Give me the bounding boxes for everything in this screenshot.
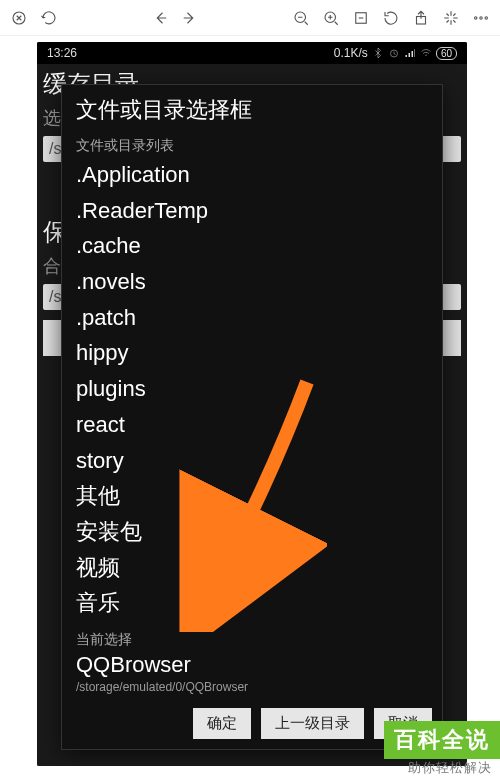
- battery-icon: 60: [436, 47, 457, 60]
- app-toolbar: [0, 0, 500, 36]
- forward-icon[interactable]: [178, 7, 200, 29]
- refresh-icon[interactable]: [38, 7, 60, 29]
- wifi-icon: [420, 47, 432, 59]
- svg-point-7: [485, 16, 487, 18]
- list-item[interactable]: 视频: [74, 550, 430, 586]
- list-item[interactable]: .cache: [74, 228, 430, 264]
- sparkle-icon[interactable]: [440, 7, 462, 29]
- list-item[interactable]: 安装包: [74, 514, 430, 550]
- bluetooth-icon: [372, 47, 384, 59]
- status-time: 13:26: [47, 46, 77, 60]
- dialog-current-path: /storage/emulated/0/QQBrowser: [62, 680, 442, 702]
- list-item[interactable]: .novels: [74, 264, 430, 300]
- status-netspeed: 0.1K/s: [334, 46, 368, 60]
- dialog-list-label: 文件或目录列表: [62, 133, 442, 157]
- status-bar: 13:26 0.1K/s 60: [37, 42, 467, 64]
- share-icon[interactable]: [410, 7, 432, 29]
- back-icon[interactable]: [150, 7, 172, 29]
- file-picker-dialog: 文件或目录选择框 文件或目录列表 .Application .ReaderTem…: [61, 84, 443, 750]
- dialog-title: 文件或目录选择框: [62, 85, 442, 133]
- rotate-icon[interactable]: [380, 7, 402, 29]
- ok-button[interactable]: 确定: [193, 708, 251, 739]
- list-item[interactable]: .ReaderTemp: [74, 193, 430, 229]
- close-icon[interactable]: [8, 7, 30, 29]
- zoom-out-icon[interactable]: [290, 7, 312, 29]
- watermark-badge: 百科全说: [384, 721, 500, 759]
- alarm-icon: [388, 47, 400, 59]
- svg-point-6: [480, 16, 482, 18]
- dialog-list: .Application .ReaderTemp .cache .novels …: [62, 157, 442, 627]
- list-item[interactable]: plugins: [74, 371, 430, 407]
- list-item[interactable]: .Application: [74, 157, 430, 193]
- zoom-in-icon[interactable]: [320, 7, 342, 29]
- dialog-current-label: 当前选择: [62, 627, 442, 651]
- list-item[interactable]: 音乐: [74, 585, 430, 621]
- device-frame: 13:26 0.1K/s 60 缓存目录 选择目录 /storage/emula…: [37, 42, 467, 766]
- up-dir-button[interactable]: 上一级目录: [261, 708, 364, 739]
- dialog-current-name: QQBrowser: [62, 651, 442, 680]
- list-item[interactable]: .patch: [74, 300, 430, 336]
- list-item[interactable]: story: [74, 443, 430, 479]
- signal-icon: [404, 47, 416, 59]
- svg-point-5: [475, 16, 477, 18]
- list-item[interactable]: 其他: [74, 478, 430, 514]
- list-item[interactable]: react: [74, 407, 430, 443]
- watermark-subtitle: 助你轻松解决: [408, 759, 492, 777]
- fit-width-icon[interactable]: [350, 7, 372, 29]
- more-icon[interactable]: [470, 7, 492, 29]
- list-item[interactable]: hippy: [74, 335, 430, 371]
